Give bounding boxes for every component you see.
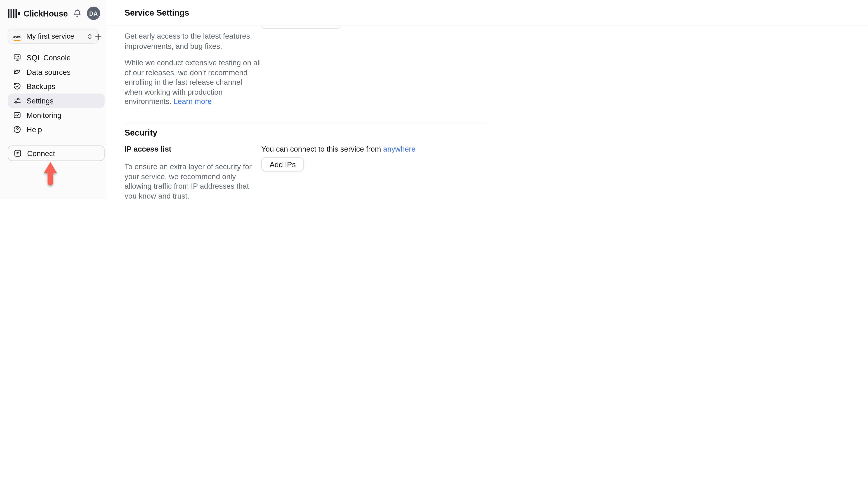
data-sources-icon — [13, 68, 22, 76]
sidebar: ClickHouse DA aws My first service — [0, 0, 106, 199]
service-picker-label: My first service — [26, 32, 86, 40]
page-title: Service Settings — [125, 8, 189, 17]
ip-access-description: To ensure an extra layer of security for… — [125, 162, 261, 199]
brand-name: ClickHouse — [24, 8, 68, 18]
notifications-bell-icon[interactable] — [72, 8, 82, 18]
help-question-icon — [13, 125, 22, 134]
sql-console-icon — [13, 53, 22, 62]
section-divider — [125, 123, 486, 123]
sidebar-item-help[interactable]: Help — [8, 122, 105, 137]
settings-sliders-icon — [13, 96, 22, 105]
page-header: Service Settings — [106, 0, 868, 26]
add-ips-container: Add IPs — [261, 157, 304, 172]
ip-access-status-text: You can connect to this service from — [261, 145, 383, 153]
sidebar-item-label: Data sources — [27, 68, 71, 76]
user-avatar[interactable]: DA — [87, 6, 100, 20]
release-channel-learn-more-link[interactable]: Learn more — [174, 97, 212, 106]
monitoring-chart-icon — [13, 111, 22, 120]
anywhere-link[interactable]: anywhere — [383, 145, 415, 153]
release-channel-warning: While we conduct extensive testing on al… — [125, 58, 261, 106]
main-content: Service Settings Get early access to the… — [106, 0, 868, 199]
clickhouse-logo-icon — [8, 8, 20, 18]
sidebar-item-label: Settings — [27, 96, 54, 105]
release-channel-select-partial[interactable] — [261, 26, 340, 29]
brand-row: ClickHouse DA — [8, 6, 100, 20]
connect-button[interactable]: Connect — [8, 145, 105, 161]
add-service-button[interactable] — [92, 31, 103, 42]
chevron-up-down-icon — [86, 32, 93, 40]
connect-icon — [13, 149, 22, 158]
sidebar-item-sql-console[interactable]: SQL Console — [8, 51, 105, 65]
connect-label: Connect — [27, 149, 55, 158]
release-channel-intro: Get early access to the latest features,… — [125, 32, 261, 51]
sidebar-item-backups[interactable]: Backups — [8, 79, 105, 94]
sidebar-item-label: Monitoring — [27, 111, 61, 119]
security-section-title: Security — [125, 128, 261, 137]
sidebar-item-data-sources[interactable]: Data sources — [8, 65, 105, 79]
add-ips-button[interactable]: Add IPs — [261, 157, 304, 172]
aws-logo-icon: aws — [13, 33, 21, 39]
sidebar-item-label: SQL Console — [27, 53, 71, 62]
sidebar-item-label: Help — [27, 125, 42, 134]
backups-history-icon — [13, 82, 22, 91]
sidebar-item-settings[interactable]: Settings — [8, 94, 105, 108]
service-picker[interactable]: aws My first service — [8, 29, 98, 43]
ip-access-list-title: IP access list — [125, 145, 261, 153]
sidebar-nav: SQL Console Data sources — [8, 51, 105, 137]
sidebar-item-monitoring[interactable]: Monitoring — [8, 108, 105, 123]
sidebar-item-label: Backups — [27, 82, 55, 91]
ip-access-status: You can connect to this service from any… — [261, 145, 415, 153]
red-annotation-arrow — [43, 162, 57, 186]
app-window: ClickHouse DA aws My first service — [0, 0, 868, 199]
